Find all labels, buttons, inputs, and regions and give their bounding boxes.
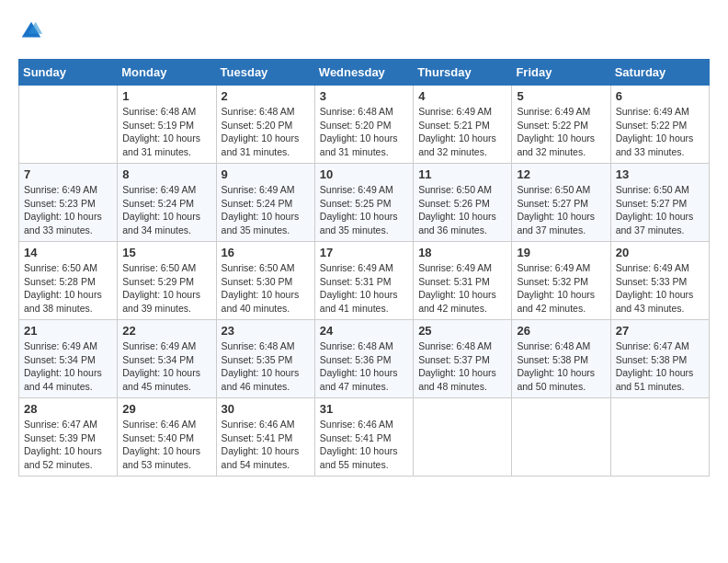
day-number: 9 [222,167,310,181]
weekday-header-friday: Friday [512,60,610,86]
day-info: Sunrise: 6:48 AM Sunset: 5:19 PM Dayligh… [122,105,210,159]
weekday-header-monday: Monday [118,60,216,86]
day-info: Sunrise: 6:48 AM Sunset: 5:35 PM Dayligh… [222,339,310,394]
calendar-cell: 25Sunrise: 6:48 AM Sunset: 5:37 PM Dayli… [414,320,512,398]
calendar-cell: 20Sunrise: 6:49 AM Sunset: 5:33 PM Dayli… [610,242,709,320]
day-number: 17 [320,246,408,259]
day-info: Sunrise: 6:48 AM Sunset: 5:37 PM Dayligh… [418,339,506,394]
day-number: 4 [418,89,506,103]
day-number: 11 [418,167,506,181]
day-number: 14 [24,246,112,259]
day-info: Sunrise: 6:49 AM Sunset: 5:34 PM Dayligh… [122,339,210,394]
day-number: 24 [320,324,408,338]
calendar-cell: 28Sunrise: 6:47 AM Sunset: 5:39 PM Dayli… [19,398,118,477]
calendar-week-row: 14Sunrise: 6:50 AM Sunset: 5:28 PM Dayli… [19,242,710,320]
calendar-cell: 19Sunrise: 6:49 AM Sunset: 5:32 PM Dayli… [512,242,610,320]
day-number: 28 [24,402,112,416]
day-number: 13 [616,167,704,181]
logo-icon [18,18,44,44]
day-number: 10 [320,167,408,181]
day-number: 15 [122,246,210,259]
day-number: 23 [222,324,310,338]
weekday-header-thursday: Thursday [414,60,512,86]
day-info: Sunrise: 6:49 AM Sunset: 5:23 PM Dayligh… [24,183,112,237]
calendar-cell: 8Sunrise: 6:49 AM Sunset: 5:24 PM Daylig… [118,164,216,242]
day-number: 29 [122,402,210,416]
calendar-cell: 5Sunrise: 6:49 AM Sunset: 5:22 PM Daylig… [512,86,610,164]
calendar-cell: 4Sunrise: 6:49 AM Sunset: 5:21 PM Daylig… [414,86,512,164]
calendar-cell: 6Sunrise: 6:49 AM Sunset: 5:22 PM Daylig… [610,86,709,164]
calendar-week-row: 7Sunrise: 6:49 AM Sunset: 5:23 PM Daylig… [19,164,710,242]
day-info: Sunrise: 6:48 AM Sunset: 5:20 PM Dayligh… [222,105,310,159]
day-number: 6 [616,89,704,103]
day-info: Sunrise: 6:49 AM Sunset: 5:34 PM Dayligh… [24,339,112,394]
calendar-cell [414,398,512,477]
calendar-cell: 9Sunrise: 6:49 AM Sunset: 5:24 PM Daylig… [216,164,314,242]
calendar-cell: 26Sunrise: 6:48 AM Sunset: 5:38 PM Dayli… [512,320,610,398]
day-number: 12 [517,167,605,181]
calendar-cell: 30Sunrise: 6:46 AM Sunset: 5:41 PM Dayli… [216,398,314,477]
day-number: 16 [222,246,310,259]
day-info: Sunrise: 6:47 AM Sunset: 5:38 PM Dayligh… [616,339,704,394]
day-info: Sunrise: 6:50 AM Sunset: 5:28 PM Dayligh… [24,261,112,316]
calendar-cell: 10Sunrise: 6:49 AM Sunset: 5:25 PM Dayli… [314,164,413,242]
calendar-cell [512,398,610,477]
day-info: Sunrise: 6:46 AM Sunset: 5:40 PM Dayligh… [122,418,210,472]
day-info: Sunrise: 6:50 AM Sunset: 5:27 PM Dayligh… [517,183,605,237]
calendar-cell: 11Sunrise: 6:50 AM Sunset: 5:26 PM Dayli… [414,164,512,242]
calendar-cell: 15Sunrise: 6:50 AM Sunset: 5:29 PM Dayli… [118,242,216,320]
calendar-week-row: 1Sunrise: 6:48 AM Sunset: 5:19 PM Daylig… [19,86,710,164]
day-info: Sunrise: 6:46 AM Sunset: 5:41 PM Dayligh… [222,418,310,472]
calendar-cell: 29Sunrise: 6:46 AM Sunset: 5:40 PM Dayli… [118,398,216,477]
calendar-cell: 22Sunrise: 6:49 AM Sunset: 5:34 PM Dayli… [118,320,216,398]
calendar-cell: 12Sunrise: 6:50 AM Sunset: 5:27 PM Dayli… [512,164,610,242]
day-info: Sunrise: 6:50 AM Sunset: 5:30 PM Dayligh… [222,261,310,316]
day-info: Sunrise: 6:49 AM Sunset: 5:33 PM Dayligh… [616,261,704,316]
day-number: 7 [24,167,112,181]
calendar-cell: 23Sunrise: 6:48 AM Sunset: 5:35 PM Dayli… [216,320,314,398]
day-number: 8 [122,167,210,181]
day-number: 31 [320,402,408,416]
calendar-table: SundayMondayTuesdayWednesdayThursdayFrid… [18,59,710,477]
calendar-cell: 14Sunrise: 6:50 AM Sunset: 5:28 PM Dayli… [19,242,118,320]
day-info: Sunrise: 6:49 AM Sunset: 5:21 PM Dayligh… [418,105,506,159]
day-info: Sunrise: 6:49 AM Sunset: 5:32 PM Dayligh… [517,261,605,316]
day-info: Sunrise: 6:49 AM Sunset: 5:31 PM Dayligh… [418,261,506,316]
day-info: Sunrise: 6:50 AM Sunset: 5:26 PM Dayligh… [418,183,506,237]
day-info: Sunrise: 6:49 AM Sunset: 5:31 PM Dayligh… [320,261,408,316]
weekday-header-row: SundayMondayTuesdayWednesdayThursdayFrid… [19,60,710,86]
calendar-cell: 18Sunrise: 6:49 AM Sunset: 5:31 PM Dayli… [414,242,512,320]
day-number: 2 [222,89,310,103]
calendar-cell: 13Sunrise: 6:50 AM Sunset: 5:27 PM Dayli… [610,164,709,242]
day-number: 26 [517,324,605,338]
weekday-header-tuesday: Tuesday [216,60,314,86]
day-info: Sunrise: 6:48 AM Sunset: 5:36 PM Dayligh… [320,339,408,394]
logo [18,18,48,44]
day-number: 20 [616,246,704,259]
day-number: 5 [517,89,605,103]
day-info: Sunrise: 6:47 AM Sunset: 5:39 PM Dayligh… [24,418,112,472]
day-info: Sunrise: 6:50 AM Sunset: 5:29 PM Dayligh… [122,261,210,316]
day-info: Sunrise: 6:49 AM Sunset: 5:22 PM Dayligh… [517,105,605,159]
weekday-header-wednesday: Wednesday [314,60,413,86]
day-number: 18 [418,246,506,259]
day-number: 30 [222,402,310,416]
calendar-cell: 21Sunrise: 6:49 AM Sunset: 5:34 PM Dayli… [19,320,118,398]
calendar-cell: 16Sunrise: 6:50 AM Sunset: 5:30 PM Dayli… [216,242,314,320]
day-info: Sunrise: 6:49 AM Sunset: 5:24 PM Dayligh… [122,183,210,237]
day-info: Sunrise: 6:49 AM Sunset: 5:24 PM Dayligh… [222,183,310,237]
calendar-cell: 2Sunrise: 6:48 AM Sunset: 5:20 PM Daylig… [216,86,314,164]
calendar-cell [19,86,118,164]
weekday-header-sunday: Sunday [19,60,118,86]
day-info: Sunrise: 6:50 AM Sunset: 5:27 PM Dayligh… [616,183,704,237]
calendar-cell: 1Sunrise: 6:48 AM Sunset: 5:19 PM Daylig… [118,86,216,164]
calendar-week-row: 28Sunrise: 6:47 AM Sunset: 5:39 PM Dayli… [19,398,710,477]
calendar-cell: 3Sunrise: 6:48 AM Sunset: 5:20 PM Daylig… [314,86,413,164]
day-number: 19 [517,246,605,259]
day-number: 25 [418,324,506,338]
day-number: 21 [24,324,112,338]
calendar-cell: 31Sunrise: 6:46 AM Sunset: 5:41 PM Dayli… [314,398,413,477]
calendar-cell: 7Sunrise: 6:49 AM Sunset: 5:23 PM Daylig… [19,164,118,242]
calendar-cell: 17Sunrise: 6:49 AM Sunset: 5:31 PM Dayli… [314,242,413,320]
day-info: Sunrise: 6:49 AM Sunset: 5:25 PM Dayligh… [320,183,408,237]
